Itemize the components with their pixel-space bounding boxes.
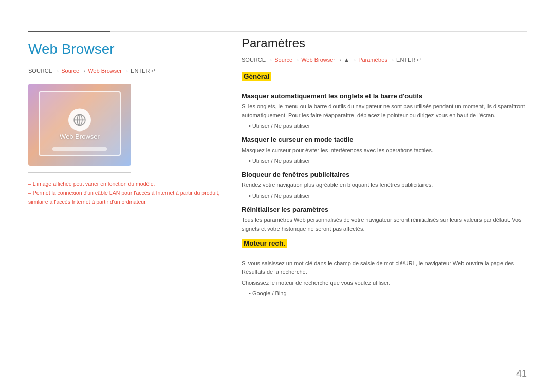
highlight-general: Général [242, 72, 271, 81]
subsection-body-1: Si les onglets, le menu ou la barre d'ou… [242, 102, 527, 120]
highlight-moteur: Moteur rech. [242, 239, 287, 248]
section-general: Général [242, 71, 527, 87]
moteur-body-1: Si vous saisissez un mot-clé dans le cha… [242, 259, 527, 276]
section-masquer-curseur: Masquer le curseur en mode tactile Masqu… [242, 136, 527, 165]
bc-r-arrow2: → [292, 57, 301, 63]
left-panel: Web Browser SOURCE → Source → Web Browse… [28, 36, 224, 207]
image-inner-box: Web Browser [39, 91, 121, 156]
note-2: Permet la connexion d'un câble LAN pour … [28, 189, 224, 207]
section-moteur-header: Moteur rech. [242, 238, 527, 254]
image-divider [28, 172, 131, 173]
moteur-body-2: Choisissez le moteur de recherche que vo… [242, 278, 527, 287]
section-masquer-onglets: Masquer automatiquement les onglets et l… [242, 92, 527, 130]
bc-r-arrow3: → ▲ → [335, 57, 358, 63]
top-accent-line [28, 31, 110, 32]
subsection-body-3: Rendez votre navigation plus agréable en… [242, 181, 527, 190]
note-1: L'image affichée peut varier en fonction… [28, 180, 224, 189]
subsection-bullets-2: Utiliser / Ne pas utiliser [242, 157, 527, 165]
bc-r-enter: → ENTER ↵ [387, 57, 421, 63]
breadcrumb-right: SOURCE → Source → Web Browser → ▲ → Para… [242, 55, 527, 64]
page-title: Web Browser [28, 41, 224, 58]
section-bloqueur: Bloqueur de fenêtres publicitaires Rende… [242, 171, 527, 200]
notes-section: L'image affichée peut varier en fonction… [28, 180, 224, 208]
bc-prefix: SOURCE → [28, 68, 61, 74]
right-panel: Paramètres SOURCE → Source → Web Browser… [242, 36, 527, 303]
bullet-item: Utiliser / Ne pas utiliser [249, 122, 527, 130]
bc-r-parametres: Paramètres [358, 57, 387, 63]
subsection-body-2: Masquez le curseur pour éviter les inter… [242, 146, 527, 155]
bc-r-webbrowser: Web Browser [301, 57, 335, 63]
wb-image-label: Web Browser [40, 133, 120, 140]
wb-bottom-bar [52, 147, 107, 151]
bc-enter: → ENTER ↵ [122, 68, 156, 74]
subsection-bullets-1: Utiliser / Ne pas utiliser [242, 122, 527, 130]
bc-r-source: Source [274, 57, 292, 63]
globe-icon [68, 108, 91, 131]
bc-arrow: → [79, 68, 88, 74]
subsection-title-2: Masquer le curseur en mode tactile [242, 136, 527, 143]
subsection-title-1: Masquer automatiquement les onglets et l… [242, 92, 527, 100]
bullet-item: Utiliser / Ne pas utiliser [249, 157, 527, 165]
subsection-body-4: Tous les paramètres Web personnalisés de… [242, 216, 527, 233]
subsection-title-3: Bloqueur de fenêtres publicitaires [242, 171, 527, 178]
web-browser-preview-image: Web Browser [28, 84, 131, 166]
section-moteur-body: Si vous saisissez un mot-clé dans le cha… [242, 259, 527, 298]
subsection-bullets-3: Utiliser / Ne pas utiliser [242, 192, 527, 200]
breadcrumb-left: SOURCE → Source → Web Browser → ENTER ↵ [28, 67, 224, 76]
moteur-bullets: Google / Bing [242, 289, 527, 298]
section-reinitialiser: Réinitialiser les paramètres Tous les pa… [242, 206, 527, 233]
bullet-item: Utiliser / Ne pas utiliser [249, 192, 527, 200]
subsection-title-4: Réinitialiser les paramètres [242, 206, 527, 213]
bc-link-source: Source [61, 68, 79, 74]
bc-r-prefix: SOURCE → [242, 57, 274, 63]
bullet-item: Google / Bing [249, 289, 527, 298]
bc-link-webbrowser: Web Browser [88, 68, 122, 74]
page-number: 41 [516, 368, 527, 379]
right-title: Paramètres [242, 36, 527, 50]
